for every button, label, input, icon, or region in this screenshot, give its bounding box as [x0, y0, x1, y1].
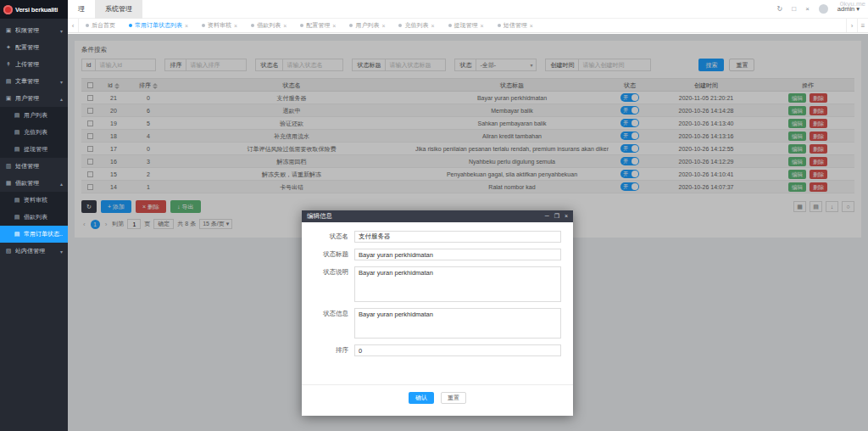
tab-withdraw[interactable]: 提现管理 × — [442, 19, 491, 32]
field-label: 排序 — [307, 344, 354, 356]
document-icon: ▤ — [5, 78, 12, 85]
maximize-icon[interactable]: ❐ — [554, 213, 559, 220]
app-logo-text: Versi berkualiti — [15, 6, 58, 14]
tab-dot-icon — [251, 24, 254, 27]
modal-footer: 确认 重置 — [302, 384, 573, 416]
close-tab-icon[interactable]: × — [283, 23, 287, 29]
tab-sms[interactable]: 短信管理 × — [491, 19, 540, 32]
tabs-scroll-left[interactable]: ‹ — [68, 19, 79, 32]
tab-home[interactable]: 后台首页 — [79, 19, 122, 32]
field-label: 状态信息 — [307, 308, 354, 339]
sidebar-item-recharge-list[interactable]: ▤ 充值列表 — [0, 124, 68, 141]
chevron-down-icon: ▾ — [60, 249, 63, 255]
tab-config[interactable]: 配置管理 × — [293, 19, 342, 32]
loan-icon: ▦ — [5, 180, 12, 187]
gear-icon: ✦ — [5, 44, 12, 51]
close-tab-icon[interactable]: × — [481, 23, 484, 29]
sidebar-item-loans[interactable]: ▦ 借款管理 ▴ — [0, 175, 68, 192]
tab-dot-icon — [498, 24, 501, 27]
sidebar-item-loan-list[interactable]: ▤ 借款列表 — [0, 209, 68, 226]
chevron-up-icon: ▴ — [60, 96, 63, 102]
close-tab-icon[interactable]: × — [431, 23, 434, 29]
status-info-textarea[interactable]: Bayar yuran perkhidmatan — [354, 308, 561, 339]
sidebar-item-order-status[interactable]: ▤ 常用订单状态.. — [0, 226, 68, 243]
top-bar: 理 系统管理 ↻ □ × admin ▾ — [68, 0, 868, 19]
tab-data-review[interactable]: 资料审核 × — [195, 19, 244, 32]
tab-user-list[interactable]: 用户列表 × — [342, 19, 392, 32]
close-tab-icon[interactable]: × — [530, 23, 533, 29]
message-icon: ▥ — [5, 163, 12, 170]
top-right-controls: ↻ □ × admin ▾ — [777, 4, 868, 14]
field-label: 状态说明 — [307, 266, 354, 302]
field-label: 状态名 — [307, 231, 354, 243]
status-name-input[interactable] — [354, 231, 561, 243]
list-icon: ▤ — [14, 146, 20, 153]
status-title-input[interactable] — [354, 249, 561, 260]
close-tab-icon[interactable]: × — [234, 23, 237, 29]
tabs: 后台首页 常用订单状态列表 × 资料审核 × 借款列表 × 配置管理 × 用户列… — [79, 19, 846, 32]
list-icon: ▤ — [14, 231, 20, 238]
modal-window-controls: ─ ❐ × — [545, 213, 568, 220]
tab-order-status-list[interactable]: 常用订单状态列表 × — [122, 19, 195, 32]
sidebar-item-sms[interactable]: ▥ 短信管理 — [0, 158, 68, 175]
top-menu-system[interactable]: 系统管理 — [95, 0, 142, 19]
grid-icon: ▣ — [5, 27, 12, 34]
list-icon: ▤ — [14, 112, 20, 119]
sort-input[interactable] — [354, 344, 561, 356]
close-tab-icon[interactable]: × — [185, 23, 188, 29]
tabs-scroll-right[interactable]: › — [846, 19, 857, 32]
tab-loan-list[interactable]: 借款列表 × — [244, 19, 293, 32]
sidebar-item-permissions[interactable]: ▣ 权限管理 ▾ — [0, 22, 68, 39]
user-icon: ▣ — [5, 95, 12, 102]
tab-recharge-list[interactable]: 充值列表 × — [392, 19, 441, 32]
sidebar-submenu-loans: ▤ 资料审核 ▤ 借款列表 ▤ 常用订单状态.. — [0, 192, 68, 243]
fullscreen-icon[interactable]: □ — [792, 5, 796, 13]
status-desc-textarea[interactable]: Bayar yuran perkhidmatan — [354, 266, 561, 302]
modal-body: 状态名 状态标题 状态说明 Bayar yuran perkhidmatan 状… — [302, 222, 573, 384]
tab-dot-icon — [398, 24, 402, 27]
confirm-button[interactable]: 确认 — [409, 392, 434, 404]
minimize-icon[interactable]: ─ — [545, 213, 549, 220]
sidebar-item-upload[interactable]: ↟ 上传管理 — [0, 56, 68, 73]
close-icon[interactable]: × — [805, 5, 810, 13]
user-menu[interactable]: admin ▾ — [837, 5, 860, 13]
close-tab-icon[interactable]: × — [381, 23, 385, 29]
tab-dot-icon — [129, 24, 132, 27]
field-label: 状态标题 — [307, 249, 354, 260]
sidebar-item-user-list[interactable]: ▤ 用户列表 — [0, 107, 68, 124]
list-icon: ▤ — [14, 129, 20, 136]
refresh-icon[interactable]: ↻ — [777, 5, 783, 13]
sidebar-item-users[interactable]: ▣ 用户管理 ▴ — [0, 90, 68, 107]
modal-reset-button[interactable]: 重置 — [441, 392, 466, 404]
upload-icon: ↟ — [5, 61, 12, 68]
tab-dot-icon — [300, 24, 303, 27]
app-logo-icon — [3, 5, 13, 14]
sidebar-item-site-mail[interactable]: ▧ 站内信管理 ▾ — [0, 243, 68, 260]
modal-titlebar[interactable]: 编辑信息 ─ ❐ × — [302, 210, 573, 222]
sidebar-item-articles[interactable]: ▤ 文章管理 ▾ — [0, 73, 68, 90]
list-icon: ▤ — [14, 214, 20, 221]
tab-dot-icon — [349, 24, 353, 27]
app-logo: Versi berkualiti — [0, 0, 68, 19]
sidebar-submenu-users: ▤ 用户列表 ▤ 充值列表 ▤ 提现管理 — [0, 107, 68, 158]
sidebar-item-config[interactable]: ✦ 配置管理 — [0, 39, 68, 56]
chevron-down-icon: ▾ — [60, 28, 63, 34]
chevron-up-icon: ▴ — [60, 181, 63, 187]
top-menu-home[interactable]: 理 — [68, 0, 95, 19]
sidebar-item-withdraw[interactable]: ▤ 提现管理 — [0, 141, 68, 158]
close-tab-icon[interactable]: × — [332, 23, 336, 29]
breadcrumb-tabbar: ‹ 后台首页 常用订单状态列表 × 资料审核 × 借款列表 × 配置管理 × 用 — [68, 19, 868, 33]
chevron-down-icon: ▾ — [60, 79, 63, 85]
edit-modal: 编辑信息 ─ ❐ × 状态名 状态标题 状态说明 Bayar yuran per… — [302, 210, 573, 416]
modal-title: 编辑信息 — [307, 212, 332, 221]
tab-dot-icon — [202, 24, 205, 27]
sidebar-item-data-review[interactable]: ▤ 资料审核 — [0, 192, 68, 209]
tabs-menu-icon[interactable]: ≡ — [857, 19, 868, 32]
sidebar: Versi berkualiti ▣ 权限管理 ▾ ✦ 配置管理 ↟ 上传管理 … — [0, 0, 68, 431]
mail-icon: ▧ — [5, 248, 12, 255]
close-icon[interactable]: × — [565, 213, 568, 220]
caret-down-icon: ▾ — [856, 5, 860, 13]
list-icon: ▤ — [14, 197, 20, 204]
avatar[interactable] — [819, 4, 828, 14]
tab-dot-icon — [448, 24, 452, 27]
